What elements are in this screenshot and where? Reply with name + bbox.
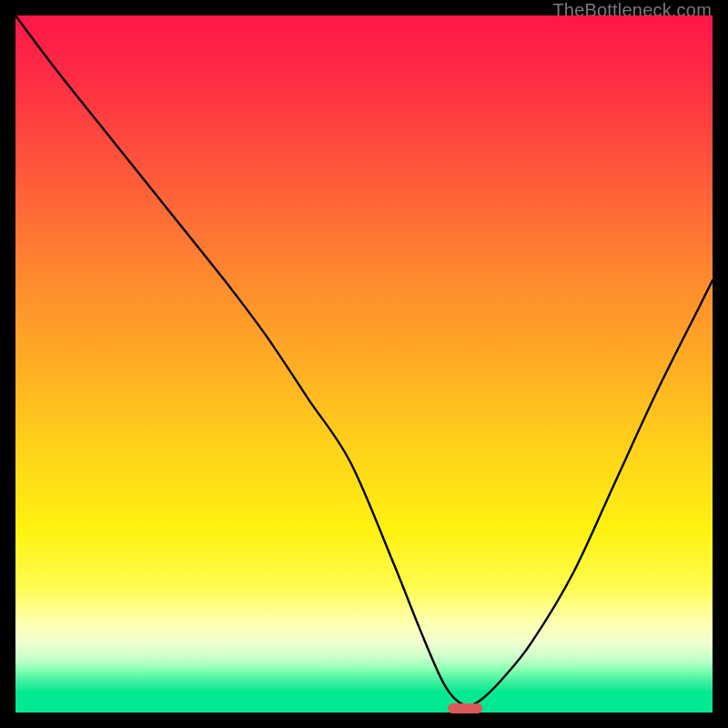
optimal-marker [448,703,482,713]
bottleneck-curve [15,15,713,713]
plot-area [15,15,713,713]
chart-frame: TheBottleneck.com [0,0,728,728]
